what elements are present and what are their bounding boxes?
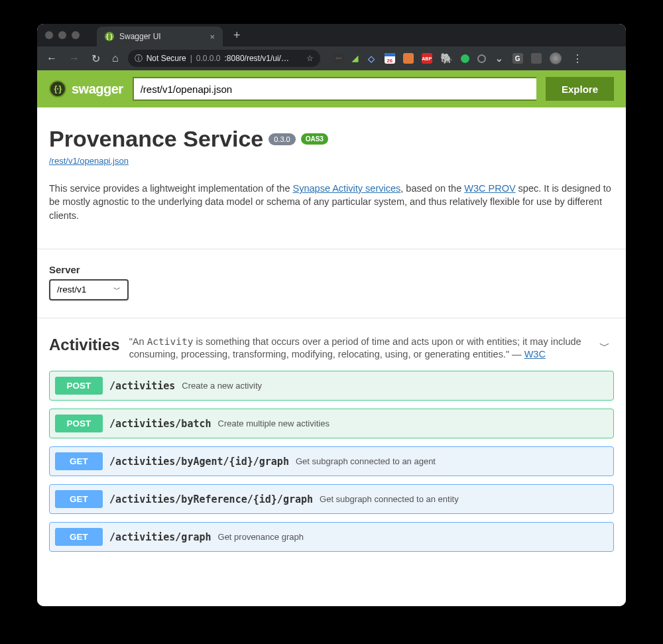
operation-row[interactable]: POST/activitiesCreate a new activity [49, 371, 614, 401]
operation-path: /activities/byReference/{id}/graph [109, 493, 313, 505]
tab-strip: { } Swagger UI × + [97, 24, 245, 46]
tag-activities[interactable]: Activities "An Activity is something tha… [37, 318, 626, 368]
server-selected-value: /rest/v1 [57, 285, 86, 294]
home-button[interactable]: ⌂ [109, 52, 121, 64]
browser-tab[interactable]: { } Swagger UI × [97, 27, 223, 46]
operations-list: POST/activitiesCreate a new activityPOST… [37, 368, 626, 565]
reload-button[interactable]: ↻ [89, 52, 103, 65]
forward-button[interactable]: → [66, 52, 82, 64]
extension-diamond-icon[interactable]: ◇ [366, 53, 377, 64]
tab-title: Swagger UI [119, 32, 161, 41]
swagger-content: Provenance Service 0.3.0 OAS3 /rest/v1/o… [37, 107, 626, 606]
extension-box-icon[interactable] [403, 53, 414, 64]
spec-url-input[interactable] [133, 77, 536, 101]
explore-button[interactable]: Explore [546, 77, 614, 101]
back-button[interactable]: ← [44, 52, 60, 64]
extension-triangle-icon[interactable]: ◢ [352, 53, 358, 64]
http-method-badge: GET [55, 528, 103, 546]
http-method-badge: GET [55, 452, 103, 470]
operation-summary: Get provenance graph [218, 532, 304, 542]
browser-window: { } Swagger UI × + ← → ↻ ⌂ ⓘ Not Secure … [37, 24, 626, 606]
spec-link[interactable]: /rest/v1/openapi.json [49, 156, 614, 166]
w3c-prov-link[interactable]: W3C PROV [464, 183, 515, 194]
browser-toolbar: ← → ↻ ⌂ ⓘ Not Secure | 0.0.0.0:8080/rest… [37, 46, 626, 70]
swagger-brand-label: swagger [72, 82, 123, 97]
server-select[interactable]: /rest/v1 ﹀ [49, 279, 129, 300]
synapse-link[interactable]: Synapse Activity services [293, 183, 401, 194]
extension-bars-icon[interactable] [531, 53, 542, 64]
http-method-badge: POST [55, 377, 103, 395]
extension-g-icon[interactable]: G [512, 53, 523, 64]
traffic-lights [45, 31, 80, 39]
tag-name: Activities [49, 336, 120, 354]
extension-lastpass-icon[interactable]: ••• [333, 53, 344, 64]
extension-abp-icon[interactable]: ABP [422, 53, 432, 64]
operation-summary: Create multiple new activities [218, 419, 330, 428]
api-description: This service provides a lightweight impl… [49, 182, 614, 222]
swagger-favicon-icon: { } [105, 32, 114, 41]
extension-icons: ••• ◢ ◇ 26 ABP 🐘 ⌄ G ⋮ [333, 52, 619, 65]
collapse-chevron-icon[interactable]: ﹀ [595, 336, 614, 357]
operation-row[interactable]: GET/activities/byReference/{id}/graphGet… [49, 484, 614, 514]
operation-summary: Get subgraph connected to an agent [296, 456, 436, 466]
extension-green-dot-icon[interactable] [461, 54, 469, 63]
security-label: Not Secure [147, 54, 186, 63]
close-window-button[interactable] [45, 31, 53, 39]
operation-row[interactable]: GET/activities/byAgent/{id}/graphGet sub… [49, 446, 614, 476]
operation-path: /activities/byAgent/{id}/graph [109, 456, 289, 468]
oas-badge: OAS3 [301, 133, 328, 145]
operation-summary: Get subgraph connected to an entity [320, 494, 459, 504]
browser-menu-button[interactable]: ⋮ [572, 52, 583, 65]
http-method-badge: GET [55, 490, 103, 508]
operation-path: /activities/batch [109, 418, 211, 430]
minimize-window-button[interactable] [58, 31, 66, 39]
swagger-logo: {·} swagger [49, 80, 123, 97]
chevron-down-icon: ﹀ [113, 285, 121, 294]
address-bar[interactable]: ⓘ Not Secure | 0.0.0.0:8080/rest/v1/ui/…… [128, 50, 320, 67]
operation-path: /activities/graph [109, 531, 211, 543]
operation-row[interactable]: GET/activities/graphGet provenance graph [49, 522, 614, 552]
extension-pocket-icon[interactable]: ⌄ [494, 53, 505, 64]
version-badge: 0.3.0 [269, 133, 295, 145]
swagger-mark-icon: {·} [49, 80, 66, 97]
tag-description: "An Activity is something that occurs ov… [129, 336, 586, 361]
extension-calendar-icon[interactable]: 26 [385, 53, 395, 64]
operation-row[interactable]: POST/activities/batchCreate multiple new… [49, 409, 614, 438]
operation-summary: Create a new activity [182, 381, 262, 391]
zoom-window-button[interactable] [72, 31, 80, 39]
close-tab-icon[interactable]: × [210, 32, 215, 42]
new-tab-button[interactable]: + [229, 29, 245, 42]
extension-evernote-icon[interactable]: 🐘 [440, 53, 453, 64]
swagger-topbar: {·} swagger Explore [37, 70, 626, 107]
api-title: Provenance Service [49, 126, 263, 152]
bookmark-star-icon[interactable]: ☆ [306, 54, 314, 63]
url-path: :8080/rest/v1/ui/… [225, 54, 289, 63]
server-label: Server [49, 264, 614, 275]
extension-ring-icon[interactable] [477, 54, 486, 63]
http-method-badge: POST [55, 415, 103, 432]
window-titlebar: { } Swagger UI × + [37, 24, 626, 46]
url-host: 0.0.0.0 [196, 54, 221, 63]
server-section: Server /rest/v1 ﹀ [37, 249, 626, 318]
info-icon: ⓘ [135, 53, 143, 64]
w3c-link[interactable]: W3C [524, 349, 546, 359]
operation-path: /activities [109, 380, 175, 392]
profile-avatar[interactable] [550, 52, 562, 64]
